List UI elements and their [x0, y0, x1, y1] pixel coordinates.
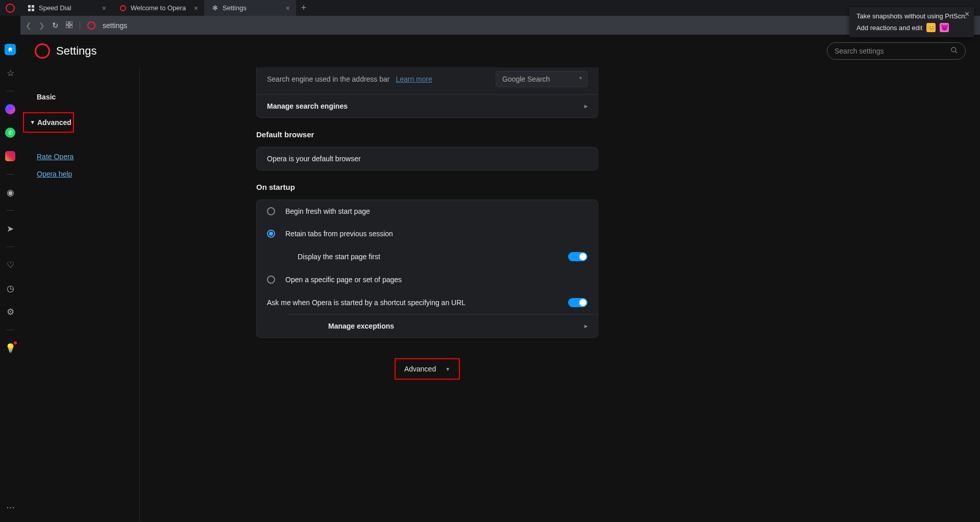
- whatsapp-icon[interactable]: ✆: [5, 127, 16, 138]
- tab-welcome[interactable]: Welcome to Opera ×: [112, 0, 204, 16]
- snapshot-tooltip: ✕ Take snapshots without using PrtScn. A…: [849, 7, 974, 37]
- reload-button[interactable]: ↻: [52, 21, 59, 30]
- tooltip-line1: Take snapshots without using PrtScn.: [856, 12, 967, 20]
- tooltip-line2-row: Add reactions and edit 😊 😈: [856, 23, 967, 32]
- search-settings-box[interactable]: [827, 42, 966, 60]
- instagram-icon[interactable]: [5, 151, 16, 162]
- default-browser-card: Opera is your default browser: [256, 147, 598, 170]
- side-panel: ☆ ✆ ◉ ➤ ♡ ◷ ⚙ 💡 ⋯: [0, 35, 20, 522]
- titlebar: Speed Dial × Welcome to Opera × ✻ Settin…: [0, 0, 980, 16]
- search-engine-card: Search engine used in the address bar Le…: [256, 67, 598, 118]
- forward-button[interactable]: ❯: [39, 21, 45, 30]
- section-default-browser-title: Default browser: [256, 130, 598, 139]
- emoji-icon: 😊: [926, 23, 936, 32]
- site-identity-icon[interactable]: [87, 21, 95, 30]
- divider: [7, 91, 14, 91]
- divider: [7, 210, 14, 211]
- chevron-right-icon: ▸: [584, 322, 587, 330]
- address-text[interactable]: settings: [103, 21, 127, 30]
- speed-dial-shortcut[interactable]: [66, 21, 72, 30]
- heart-icon[interactable]: ♡: [5, 259, 16, 270]
- new-tab-button[interactable]: +: [296, 0, 311, 16]
- svg-rect-7: [70, 25, 72, 28]
- divider: [7, 330, 14, 330]
- search-engine-row: Search engine used in the address bar Le…: [257, 67, 598, 94]
- opera-help-link[interactable]: Opera help: [37, 170, 72, 178]
- tooltip-line2: Add reactions and edit: [856, 24, 922, 32]
- startup-opt-specific[interactable]: Open a specific page or set of pages: [257, 268, 598, 291]
- radio-label: Begin fresh with start page: [285, 207, 370, 215]
- rate-opera-link[interactable]: Rate Opera: [37, 153, 74, 161]
- messenger-icon[interactable]: [5, 104, 16, 115]
- chevron-right-icon: ▸: [584, 103, 587, 110]
- svg-rect-2: [28, 9, 31, 11]
- row-label: Search engine used in the address bar Le…: [267, 75, 496, 83]
- nav-basic[interactable]: Basic: [20, 88, 139, 106]
- search-engine-dropdown[interactable]: Google Search: [496, 71, 587, 87]
- manage-search-engines-row[interactable]: Manage search engines ▸: [257, 94, 598, 117]
- opera-menu-button[interactable]: [0, 0, 20, 16]
- advanced-toggle-button[interactable]: Advanced ▼: [395, 358, 460, 380]
- opera-logo-icon: [35, 43, 50, 59]
- more-icon[interactable]: ⋯: [5, 502, 16, 513]
- nav-rate-opera[interactable]: Rate Opera: [20, 148, 139, 165]
- row-label: Manage search engines: [267, 102, 579, 110]
- send-icon[interactable]: ➤: [5, 223, 16, 234]
- tab-label: Speed Dial: [39, 4, 71, 12]
- toggle-label: Display the start page first: [298, 253, 380, 261]
- home-icon[interactable]: [5, 44, 16, 55]
- radio-label: Open a specific page or set of pages: [285, 276, 402, 284]
- manage-exceptions-row[interactable]: Manage exceptions ▸: [287, 314, 598, 337]
- startup-ask-shortcut[interactable]: Ask me when Opera is started by a shortc…: [257, 291, 598, 314]
- divider: [7, 246, 14, 247]
- bookmarks-icon[interactable]: ☆: [5, 67, 16, 79]
- back-button[interactable]: ❮: [26, 21, 32, 30]
- settings-gear-icon[interactable]: ⚙: [5, 306, 16, 317]
- toggle-switch[interactable]: [568, 252, 587, 261]
- search-icon: [950, 46, 958, 56]
- tab-label: Settings: [223, 4, 247, 12]
- svg-rect-1: [32, 5, 34, 8]
- row-label: Manage exceptions: [328, 322, 579, 330]
- startup-card: Begin fresh with start page Retain tabs …: [256, 200, 598, 338]
- page-title: Settings: [56, 44, 97, 58]
- radio-icon[interactable]: [267, 230, 275, 238]
- divider: [7, 174, 14, 175]
- svg-rect-0: [28, 5, 31, 8]
- nav-advanced[interactable]: Advanced: [23, 112, 74, 133]
- tab-settings[interactable]: ✻ Settings ×: [204, 0, 296, 16]
- default-browser-status: Opera is your default browser: [257, 147, 598, 170]
- close-icon[interactable]: ×: [102, 4, 106, 12]
- svg-rect-6: [66, 25, 68, 28]
- player-icon[interactable]: ◉: [5, 187, 16, 198]
- light-icon[interactable]: 💡: [5, 342, 16, 354]
- startup-opt-retain[interactable]: Retain tabs from previous session: [257, 222, 598, 245]
- nav-opera-help[interactable]: Opera help: [20, 165, 139, 183]
- history-icon[interactable]: ◷: [5, 283, 16, 294]
- divider: [80, 21, 80, 30]
- close-icon[interactable]: ×: [286, 4, 290, 12]
- radio-icon[interactable]: [267, 276, 275, 284]
- toggle-switch[interactable]: [568, 298, 587, 307]
- learn-more-link[interactable]: Learn more: [396, 75, 432, 83]
- emoji-icon: 😈: [940, 23, 949, 32]
- svg-rect-3: [32, 9, 34, 11]
- chevron-down-icon: ▼: [445, 366, 450, 372]
- radio-icon[interactable]: [267, 207, 275, 215]
- gear-icon: ✻: [211, 5, 218, 12]
- toggle-label: Ask me when Opera is started by a shortc…: [267, 299, 558, 307]
- close-icon[interactable]: ✕: [964, 10, 970, 18]
- close-icon[interactable]: ×: [194, 4, 198, 12]
- speed-dial-icon: [28, 5, 35, 12]
- tab-strip: Speed Dial × Welcome to Opera × ✻ Settin…: [20, 0, 311, 16]
- startup-opt-fresh[interactable]: Begin fresh with start page: [257, 200, 598, 222]
- svg-point-8: [951, 47, 956, 52]
- tab-label: Welcome to Opera: [131, 4, 186, 12]
- tab-speed-dial[interactable]: Speed Dial ×: [20, 0, 112, 16]
- search-input[interactable]: [835, 47, 950, 55]
- startup-display-first[interactable]: Display the start page first: [257, 245, 598, 268]
- opera-logo-icon: [6, 4, 15, 13]
- radio-label: Retain tabs from previous session: [285, 230, 393, 238]
- settings-main: Search engine used in the address bar Le…: [140, 67, 980, 522]
- svg-rect-5: [70, 21, 72, 24]
